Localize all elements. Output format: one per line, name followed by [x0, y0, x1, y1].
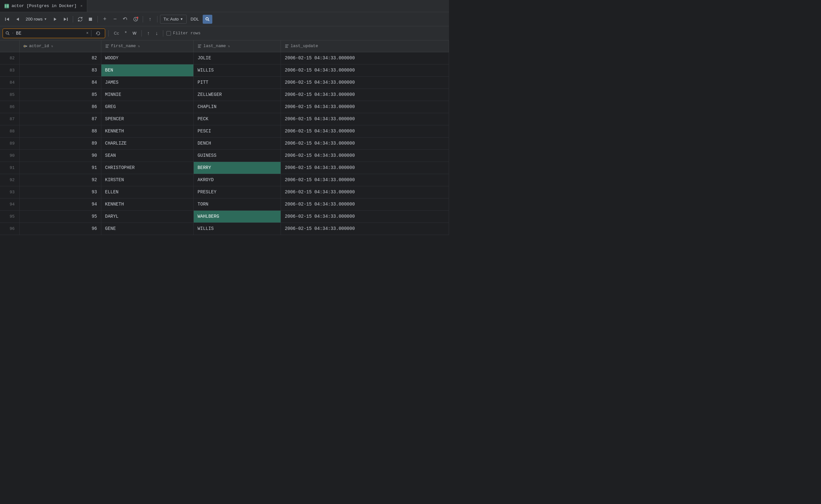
last-name-header[interactable]: last_name ⇅	[194, 40, 281, 52]
word-button[interactable]: W	[131, 29, 138, 38]
table-row[interactable]: 9191CHRISTOPHERBERRY2006-02-15 04:34:33.…	[0, 162, 449, 174]
table-row[interactable]: 9393ELLENPRESLEY2006-02-15 04:34:33.0000…	[0, 186, 449, 198]
next-row-button[interactable]	[51, 15, 60, 24]
table-row[interactable]: 8989CHARLIZEDENCH2006-02-15 04:34:33.000…	[0, 137, 449, 149]
search-up-button[interactable]: ↑	[145, 29, 151, 38]
row-number-cell: 89	[0, 137, 19, 149]
svg-rect-22	[106, 45, 109, 45]
table-row[interactable]: 9090SEANGUINESS2006-02-15 04:34:33.00000…	[0, 149, 449, 162]
col-type-icon-2	[198, 44, 202, 48]
toolbar: 200 rows ▼ + −	[0, 12, 449, 26]
svg-rect-9	[67, 18, 68, 21]
last-update-cell: 2006-02-15 04:34:33.000000	[281, 113, 449, 125]
refresh-button[interactable]	[76, 15, 85, 24]
search-reload-button[interactable]	[94, 29, 102, 38]
first-name-cell: SEAN	[101, 149, 194, 162]
search-toggle-button[interactable]	[203, 15, 212, 24]
first-name-cell: CHARLIZE	[101, 137, 194, 149]
last-update-cell: 2006-02-15 04:34:33.000000	[281, 186, 449, 198]
row-num-header	[0, 40, 19, 52]
search-inner-divider	[91, 30, 91, 37]
filter-rows-checkbox[interactable]	[166, 31, 171, 36]
actor-id-cell: 82	[19, 52, 101, 64]
last-name-cell: PITT	[194, 76, 281, 88]
actor-id-header[interactable]: actor_id ⇅	[19, 40, 101, 52]
table-row[interactable]: 8282WOODYJOLIE2006-02-15 04:34:33.000000	[0, 52, 449, 64]
table-row[interactable]: 8787SPENCERPECK2006-02-15 04:34:33.00000…	[0, 113, 449, 125]
first-row-button[interactable]	[3, 15, 12, 24]
actor-id-column-label: actor_id	[29, 44, 49, 48]
remove-row-button[interactable]: −	[111, 15, 120, 24]
svg-rect-27	[198, 47, 201, 48]
last-row-button[interactable]	[61, 15, 70, 24]
first-name-cell: SPENCER	[101, 113, 194, 125]
svg-rect-29	[285, 46, 288, 46]
actor-id-cell: 91	[19, 162, 101, 174]
last-name-cell: ZELLWEGER	[194, 88, 281, 101]
search-down-button[interactable]: ↓	[153, 29, 160, 38]
last-name-cell: GUINESS	[194, 149, 281, 162]
last-name-cell: PESCI	[194, 125, 281, 137]
last-name-cell: PECK	[194, 113, 281, 125]
table-row[interactable]: 8888KENNETHPESCI2006-02-15 04:34:33.0000…	[0, 125, 449, 137]
history-button[interactable]	[131, 15, 140, 24]
svg-line-15	[208, 20, 209, 21]
last-update-cell: 2006-02-15 04:34:33.000000	[281, 149, 449, 162]
rows-selector-button[interactable]: 200 rows ▼	[23, 15, 50, 24]
col-type-icon-3	[285, 44, 289, 48]
table-row[interactable]: 8383BENWILLIS2006-02-15 04:34:33.000000	[0, 64, 449, 76]
search-divider-1	[108, 30, 109, 37]
table-row[interactable]: 9595DARYLWAHLBERG2006-02-15 04:34:33.000…	[0, 210, 449, 223]
table-row[interactable]: 8585MINNIEZELLWEGER2006-02-15 04:34:33.0…	[0, 88, 449, 101]
row-number-cell: 87	[0, 113, 19, 125]
table-row[interactable]: 8686GREGCHAPLIN2006-02-15 04:34:33.00000…	[0, 101, 449, 113]
tx-button[interactable]: Tx: Auto ▼	[160, 15, 187, 24]
refresh-icon	[78, 17, 83, 22]
svg-rect-20	[26, 46, 27, 47]
first-name-cell: ELLEN	[101, 186, 194, 198]
first-name-cell: BEN	[101, 64, 194, 76]
next-icon	[54, 17, 57, 21]
table-icon	[4, 4, 9, 8]
search-input-icon	[5, 31, 10, 35]
undo-button[interactable]	[121, 15, 130, 24]
last-update-cell: 2006-02-15 04:34:33.000000	[281, 223, 449, 235]
row-number-cell: 92	[0, 174, 19, 186]
first-name-cell: KENNETH	[101, 198, 194, 210]
data-table-wrapper: actor_id ⇅ first_name ⇅	[0, 40, 449, 235]
table-row[interactable]: 9292KIRSTENAKROYD2006-02-15 04:34:33.000…	[0, 174, 449, 186]
last-update-column-label: last_update	[291, 44, 318, 48]
svg-point-21	[24, 46, 25, 47]
svg-rect-3	[5, 7, 9, 7]
table-row[interactable]: 9494KENNETHTORN2006-02-15 04:34:33.00000…	[0, 198, 449, 210]
actor-tab[interactable]: actor [Postgres in Docker] ×	[0, 0, 87, 12]
add-row-button[interactable]: +	[100, 15, 109, 24]
tab-bar: actor [Postgres in Docker] ×	[0, 0, 449, 12]
stop-button[interactable]	[86, 15, 95, 24]
actor-id-cell: 90	[19, 149, 101, 162]
last-update-header[interactable]: last_update	[281, 40, 449, 52]
move-up-button[interactable]: ↑	[146, 15, 155, 24]
search-input[interactable]	[16, 31, 84, 36]
reload-icon	[96, 31, 100, 36]
search-clear-button[interactable]: ×	[86, 31, 89, 36]
first-name-header[interactable]: first_name ⇅	[101, 40, 194, 52]
last-name-cell: TORN	[194, 198, 281, 210]
prev-row-button[interactable]	[13, 15, 22, 24]
history-icon	[133, 17, 138, 22]
last-update-cell: 2006-02-15 04:34:33.000000	[281, 210, 449, 223]
svg-marker-6	[6, 18, 9, 21]
tab-close-button[interactable]: ×	[80, 4, 83, 8]
case-sensitive-button[interactable]: Cc	[112, 29, 121, 38]
wildcard-button[interactable]: *	[123, 29, 129, 38]
filter-rows-label: Filter rows	[173, 31, 200, 36]
actor-id-cell: 93	[19, 186, 101, 198]
tab-label: actor [Postgres in Docker]	[12, 4, 77, 8]
ddl-button[interactable]: DDL	[188, 15, 201, 24]
table-row[interactable]: 8484JAMESPITT2006-02-15 04:34:33.000000	[0, 76, 449, 88]
up-arrow-icon: ↑	[147, 30, 149, 36]
last-update-cell: 2006-02-15 04:34:33.000000	[281, 162, 449, 174]
first-name-cell: JAMES	[101, 76, 194, 88]
table-row[interactable]: 9696GENEWILLIS2006-02-15 04:34:33.000000	[0, 223, 449, 235]
rows-arrow-icon: ▼	[44, 17, 47, 21]
